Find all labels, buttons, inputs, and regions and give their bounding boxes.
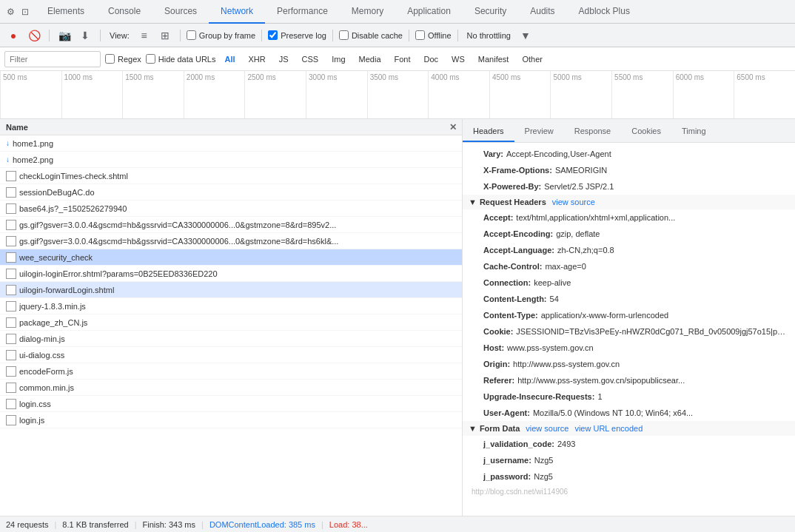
tab-network[interactable]: Network — [209, 0, 265, 24]
filter-type-ws[interactable]: WS — [447, 51, 469, 67]
tick-2000: 2000 ms — [184, 71, 245, 118]
file-icon — [6, 236, 16, 246]
file-icon — [6, 285, 16, 295]
filter-type-other[interactable]: Other — [517, 51, 547, 67]
preserve-log-checkbox[interactable] — [268, 30, 278, 40]
tick-4500: 4500 ms — [489, 71, 551, 118]
form-view-source-link[interactable]: view source — [526, 424, 568, 433]
header-accept-encoding-val: gzip, deflate — [556, 227, 600, 240]
toolbar-separator-5 — [332, 30, 333, 41]
details-tab-response[interactable]: Response — [564, 121, 622, 142]
form-view-url-link[interactable]: view URL encoded — [574, 424, 643, 433]
clear-button[interactable]: 🚫 — [25, 27, 43, 44]
disable-cache-checkbox[interactable] — [339, 30, 349, 40]
header-origin-key: Origin: — [472, 357, 510, 371]
header-content-length-key: Content-Length: — [472, 292, 547, 306]
request-headers-section[interactable]: ▼ Request Headers view source — [463, 195, 795, 209]
header-content-type: Content-Type: application/x-www-form-url… — [463, 307, 795, 323]
request-row[interactable]: jquery-1.8.3.min.js — [0, 298, 462, 314]
tab-elements[interactable]: Elements — [36, 0, 96, 24]
filter-type-all[interactable]: All — [220, 51, 239, 67]
watermark: http://blog.csdn.net/wi114906 — [463, 485, 795, 499]
request-row[interactable]: checkLoginTimes-check.shtml — [0, 168, 462, 184]
request-row[interactable]: gs.gif?gsver=3.0.0.4&gscmd=hb&gssrvid=CA… — [0, 233, 462, 249]
details-tab-timing[interactable]: Timing — [671, 121, 717, 142]
responsive-icon[interactable]: ⊡ — [19, 6, 31, 18]
tick-1000: 1000 ms — [61, 71, 123, 118]
camera-button[interactable]: 📷 — [56, 27, 73, 44]
request-row[interactable]: gs.gif?gsver=3.0.0.4&gscmd=hb&gssrvid=CA… — [0, 217, 462, 233]
request-row[interactable]: login.css — [0, 396, 462, 412]
record-button[interactable]: ● — [4, 27, 22, 44]
filter-type-img[interactable]: Img — [327, 51, 349, 67]
tab-performance[interactable]: Performance — [265, 0, 340, 24]
file-icon — [6, 366, 16, 377]
request-row[interactable]: ↓ home2.png — [0, 152, 462, 168]
header-x-frame-val: SAMEORIGIN — [555, 164, 607, 177]
request-row[interactable]: login.js — [0, 412, 462, 428]
group-by-frame-checkbox[interactable] — [187, 30, 196, 40]
request-name: home2.png — [13, 155, 53, 164]
request-row-alt-selected[interactable]: uilogin-forwardLogin.shtml — [0, 282, 462, 298]
status-sep-1: | — [54, 520, 56, 529]
request-name: dialog-min.js — [19, 334, 65, 343]
tab-security[interactable]: Security — [463, 0, 518, 24]
header-upgrade-insecure: Upgrade-Insecure-Requests: 1 — [463, 388, 795, 405]
regex-checkbox[interactable] — [105, 54, 115, 64]
tick-5500: 5500 ms — [611, 71, 673, 118]
request-row-selected[interactable]: wee_security_check — [0, 249, 462, 266]
filter-type-media[interactable]: Media — [355, 51, 386, 67]
header-accept-language: Accept-Language: zh-CN,zh;q=0.8 — [463, 242, 795, 258]
header-content-type-val: application/x-www-form-urlencoded — [541, 309, 668, 322]
form-data-section[interactable]: ▼ Form Data view source view URL encoded — [463, 421, 795, 436]
tick-500: 500 ms — [0, 71, 61, 118]
view-large-icon[interactable]: ⊞ — [156, 27, 174, 44]
request-name: ui-dialog.css — [19, 351, 64, 360]
filter-type-xhr[interactable]: XHR — [244, 51, 270, 67]
offline-checkbox[interactable] — [415, 30, 425, 40]
details-tab-preview[interactable]: Preview — [514, 121, 564, 142]
request-name: login.css — [19, 400, 51, 408]
view-source-link[interactable]: view source — [552, 198, 595, 206]
details-tab-cookies[interactable]: Cookies — [621, 121, 671, 142]
request-row[interactable]: sessionDeBugAC.do — [0, 184, 462, 201]
filter-input[interactable] — [4, 51, 101, 67]
file-icon — [6, 220, 16, 230]
request-row[interactable]: uilogin-loginError.shtml?params=0B25EED8… — [0, 266, 462, 282]
dom-content-loaded[interactable]: DOMContentLoaded: 385 ms — [209, 520, 315, 529]
header-referer-key: Referer: — [472, 374, 514, 387]
view-list-icon[interactable]: ≡ — [135, 27, 153, 44]
filter-type-doc[interactable]: Doc — [420, 51, 443, 67]
request-row[interactable]: package_zh_CN.js — [0, 314, 462, 331]
file-icon — [6, 301, 16, 312]
request-row[interactable]: encodeForm.js — [0, 363, 462, 380]
request-row[interactable]: ↓ home1.png — [0, 135, 462, 152]
close-details-button[interactable]: ✕ — [447, 121, 459, 133]
hide-data-label: Hide data URLs — [158, 55, 216, 64]
header-user-agent-val: Mozilla/5.0 (Windows NT 10.0; Win64; x64… — [533, 406, 693, 420]
tab-memory[interactable]: Memory — [340, 0, 395, 24]
request-row[interactable]: dialog-min.js — [0, 331, 462, 347]
requests-header-label: Name — [6, 123, 28, 132]
file-icon — [6, 399, 16, 409]
filter-type-js[interactable]: JS — [275, 51, 293, 67]
tab-application[interactable]: Application — [395, 0, 463, 24]
filter-button[interactable]: ⬇ — [76, 27, 94, 44]
filter-type-manifest[interactable]: Manifest — [474, 51, 514, 67]
header-user-agent: User-Agent: Mozilla/5.0 (Windows NT 10.0… — [463, 405, 795, 421]
devtools-icon[interactable]: ⚙ — [4, 6, 16, 18]
request-row[interactable]: ui-dialog.css — [0, 347, 462, 363]
tab-sources[interactable]: Sources — [152, 0, 209, 24]
tab-console[interactable]: Console — [96, 0, 152, 24]
header-connection-val: keep-alive — [534, 276, 571, 289]
filter-type-font[interactable]: Font — [390, 51, 415, 67]
request-row[interactable]: common.min.js — [0, 380, 462, 396]
throttling-dropdown-icon[interactable]: ▼ — [517, 27, 534, 44]
filter-type-css[interactable]: CSS — [298, 51, 323, 67]
tab-audits[interactable]: Audits — [518, 0, 566, 24]
hide-data-checkbox[interactable] — [146, 54, 155, 64]
request-row[interactable]: base64.js?_=1502526279940 — [0, 201, 462, 217]
details-tab-headers[interactable]: Headers — [463, 121, 514, 142]
main-content: Name ✕ ↓ home1.png ↓ home2.png checkLogi… — [0, 119, 795, 516]
tab-adblock[interactable]: Adblock Plus — [567, 0, 642, 24]
